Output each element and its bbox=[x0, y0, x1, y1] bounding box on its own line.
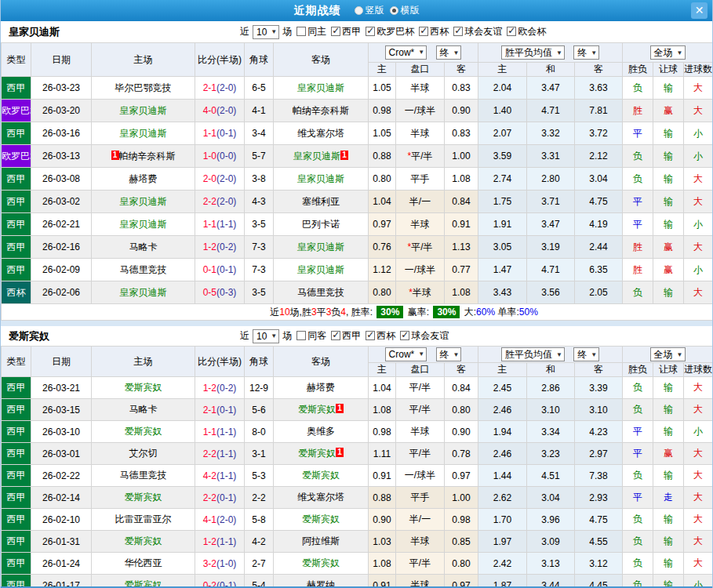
odds-source-select[interactable]: Crow*▼ bbox=[385, 45, 427, 60]
wdl-mean-cell: 7.38 bbox=[575, 465, 623, 487]
odds-source-select[interactable]: Crow*▼ bbox=[385, 347, 427, 361]
result-cell: 走 bbox=[653, 487, 684, 509]
odds-cell: 0.83 bbox=[445, 122, 478, 145]
odds-period-select[interactable]: 终▼ bbox=[436, 347, 462, 361]
league-checkbox[interactable]: 西杯 bbox=[366, 329, 395, 343]
result-cell: 胜 bbox=[623, 259, 653, 281]
result-cell: 大 bbox=[684, 191, 713, 213]
league-checkbox[interactable]: 球会友谊 bbox=[453, 25, 502, 38]
competition-badge: 西甲 bbox=[2, 443, 31, 465]
away-team: 皇家贝迪斯1 bbox=[274, 145, 369, 168]
wdl-mean-cell: 2.46 bbox=[478, 399, 527, 421]
league-checkbox[interactable]: 西杯 bbox=[419, 25, 449, 38]
scope-group-header: 全场▼ bbox=[623, 43, 713, 63]
chevron-down-icon: ▼ bbox=[677, 49, 683, 56]
odds-cell: 1.08 bbox=[445, 168, 478, 191]
corner-cell: 8-0 bbox=[245, 421, 274, 443]
team-label: 皇家贝迪斯 bbox=[297, 241, 344, 252]
handicap-cell: 半球 bbox=[396, 575, 445, 588]
games-count-select[interactable]: 10▼ bbox=[253, 329, 279, 343]
home-team: 马德里竞技 bbox=[92, 465, 195, 487]
wdl-mean-cell: 2.93 bbox=[575, 487, 623, 509]
league-checkbox[interactable]: 欧罗巴杯 bbox=[366, 25, 414, 38]
result-cell: 小 bbox=[684, 259, 713, 281]
summary-text: 50% bbox=[519, 307, 538, 318]
rate-badge: 30% bbox=[377, 306, 403, 318]
games-count-select[interactable]: 10▼ bbox=[253, 25, 279, 39]
close-icon[interactable]: ✕ bbox=[691, 2, 708, 19]
halftime-score: (0-3) bbox=[216, 287, 236, 298]
odds-cell: 1.13 bbox=[445, 236, 478, 259]
checkbox-icon bbox=[331, 27, 340, 36]
layout-radio-vertical[interactable]: 竖版 bbox=[355, 4, 384, 17]
wdl-mean-select[interactable]: 胜平负均值▼ bbox=[501, 45, 565, 60]
fulltime-score: 0-1 bbox=[203, 264, 216, 275]
layout-radio-horizontal[interactable]: 横版 bbox=[390, 4, 420, 17]
match-row: 西甲26-03-08赫塔费2-0(2-0)3-8皇家贝迪斯0.80平手1.082… bbox=[2, 168, 713, 191]
team-label: 帕纳辛奈科斯 bbox=[293, 105, 349, 116]
result-cell: 大 bbox=[684, 465, 713, 487]
odds-period-select[interactable]: 终▼ bbox=[436, 45, 462, 60]
corner-cell: 7-3 bbox=[245, 236, 274, 259]
wdl-mean-select[interactable]: 胜平负均值▼ bbox=[501, 347, 565, 361]
league-checkbox[interactable]: 欧会杯 bbox=[507, 25, 546, 38]
wdl-mean-cell: 3.23 bbox=[527, 443, 575, 465]
wdl-mean-cell: 7.81 bbox=[575, 100, 623, 122]
wdl-mean-cell: 1.47 bbox=[478, 259, 527, 281]
col-type: 类型 bbox=[2, 347, 31, 377]
result-cell: 平 bbox=[623, 213, 653, 236]
result-cell: 负 bbox=[623, 575, 653, 588]
odds-cell: 0.83 bbox=[445, 77, 478, 100]
scope-select[interactable]: 全场▼ bbox=[650, 45, 686, 60]
result-cell: 负 bbox=[623, 531, 653, 553]
wdl-mean-cell: 1.70 bbox=[478, 509, 527, 531]
team-label: 奥维多 bbox=[307, 426, 335, 437]
fulltime-score: 2-2 bbox=[203, 196, 216, 207]
wdl-period-select[interactable]: 终▼ bbox=[573, 347, 599, 361]
wdl-mean-cell: 4.55 bbox=[575, 531, 623, 553]
league-checkbox[interactable]: 西甲 bbox=[331, 25, 361, 38]
col-handicap-result: 让球 bbox=[653, 63, 684, 77]
same-venue-checkbox[interactable]: 同主 bbox=[296, 25, 326, 38]
halftime-score: (0-2) bbox=[216, 383, 236, 394]
away-team: 赫塔费 bbox=[274, 377, 369, 399]
same-venue-checkbox[interactable]: 同客 bbox=[296, 329, 326, 343]
summary-text: 负 bbox=[331, 307, 340, 318]
matches-tbody: 西甲26-03-21爱斯宾奴1-2(0-2)12-9赫塔费1.04平/半0.84… bbox=[2, 377, 713, 588]
league-checkbox[interactable]: 西甲 bbox=[331, 329, 361, 343]
checkbox-label: 欧罗巴杯 bbox=[377, 25, 414, 38]
odds-cell: 0.90 bbox=[369, 509, 396, 531]
league-checkbox[interactable]: 球会友谊 bbox=[400, 329, 449, 343]
chevron-down-icon: ▼ bbox=[556, 351, 562, 358]
match-row: 欧罗巴杯26-03-20皇家贝迪斯4-0(2-0)4-1帕纳辛奈科斯0.98一/… bbox=[2, 100, 713, 122]
handicap-cell: *平/半 bbox=[396, 145, 445, 168]
wdl-mean-value: 胜平负均值 bbox=[505, 46, 552, 60]
wdl-mean-value: 胜平负均值 bbox=[505, 348, 552, 361]
team-label: 马德里竞技 bbox=[120, 470, 167, 481]
wdl-mean-cell: 3.10 bbox=[575, 399, 623, 421]
wdl-mean-cell: 2.05 bbox=[575, 281, 623, 304]
halftime-score: (0-1) bbox=[216, 492, 236, 503]
score-cell: 2-1(2-0) bbox=[195, 77, 245, 100]
result-cell: 负 bbox=[623, 377, 653, 399]
wdl-mean-cell: 2.44 bbox=[575, 236, 623, 259]
corner-cell: 6-5 bbox=[245, 77, 274, 100]
checkbox-label: 西杯 bbox=[377, 329, 395, 343]
radio-label: 横版 bbox=[401, 4, 420, 17]
halftime-score: (2-0) bbox=[216, 82, 236, 93]
wdl-mean-cell: 3.44 bbox=[527, 575, 575, 588]
odds-cell: 1.08 bbox=[445, 281, 478, 304]
wdl-period-select[interactable]: 终▼ bbox=[573, 45, 599, 60]
score-cell: 2-2(0-1) bbox=[195, 487, 245, 509]
col-away: 客场 bbox=[274, 347, 369, 377]
score-cell: 1-2(1-1) bbox=[195, 531, 245, 553]
col-handicap-result: 让球 bbox=[653, 363, 684, 377]
chevron-down-icon: ▼ bbox=[418, 49, 424, 56]
chevron-down-icon: ▼ bbox=[677, 351, 683, 358]
matches-table: 类型 日期 主场 比分(半场) 角球 客场 Crow*▼ 终▼ 胜平负均值▼ 终… bbox=[1, 42, 713, 321]
handicap-cell: 半球 bbox=[396, 421, 445, 443]
match-row: 西甲26-02-10比雷亚雷亚尔4-1(2-0)5-8爱斯宾奴0.90半/一0.… bbox=[2, 509, 713, 531]
scope-select[interactable]: 全场▼ bbox=[650, 347, 686, 361]
odds-cell: 1.08 bbox=[369, 553, 396, 575]
competition-badge: 西甲 bbox=[2, 509, 31, 531]
